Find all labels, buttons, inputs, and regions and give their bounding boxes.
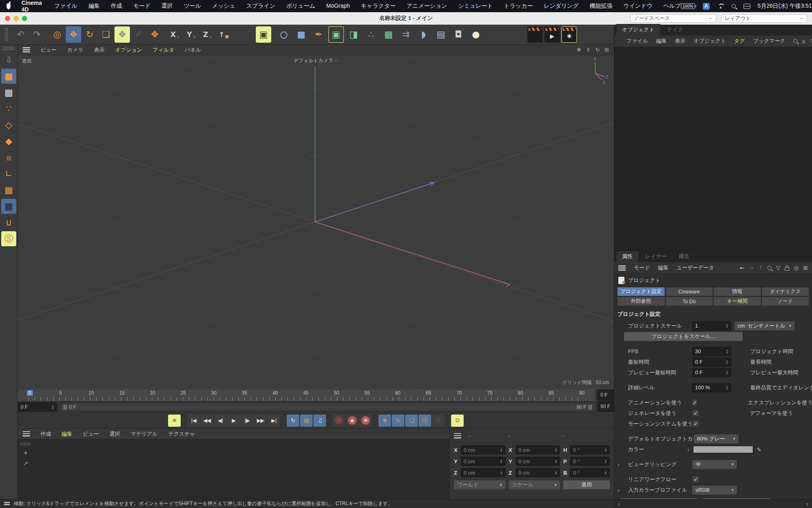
scroll-right-icon[interactable]: › bbox=[806, 501, 808, 507]
size-field[interactable]: 0 cm bbox=[516, 468, 560, 477]
point-mode-button[interactable]: ∵ bbox=[1, 101, 16, 116]
key-position-toggle[interactable]: ✥ bbox=[378, 415, 391, 427]
scale-tool[interactable]: ❑ bbox=[98, 26, 114, 43]
history-back-icon[interactable]: ← bbox=[740, 265, 745, 271]
position-field[interactable]: 0 cm bbox=[461, 445, 505, 454]
modeling-objects-icon[interactable]: ∴ bbox=[363, 26, 379, 43]
range-start-field[interactable]: 0 F bbox=[18, 402, 57, 412]
object-manager-menu-item[interactable]: ファイル bbox=[626, 37, 648, 45]
record-objects-button[interactable]: ◉ bbox=[346, 415, 358, 427]
rotation-field[interactable]: 0 ° bbox=[570, 445, 610, 454]
viewport-menu-item[interactable]: フィルタ bbox=[153, 46, 174, 54]
size-field[interactable]: 0 cm bbox=[516, 445, 560, 454]
viewport-menu-item[interactable]: オプション bbox=[115, 46, 143, 54]
size-field[interactable]: 0 cm bbox=[516, 457, 560, 466]
x-axis-lock[interactable]: X↘ bbox=[167, 26, 183, 43]
spline-primitives-icon[interactable]: ○ bbox=[276, 26, 292, 43]
dolly-view-icon[interactable]: ⇕ bbox=[586, 47, 590, 53]
menubar-item[interactable]: メッシュ bbox=[212, 2, 235, 10]
range-cap-icon[interactable] bbox=[589, 405, 592, 410]
edge-mode-button[interactable]: ◇ bbox=[1, 117, 16, 132]
next-key-button[interactable]: ▶▶ bbox=[254, 415, 267, 427]
stepper-icon[interactable] bbox=[52, 405, 54, 409]
goto-end-button[interactable]: ▶| bbox=[268, 415, 280, 427]
preview-min-time-field[interactable]: 0 F bbox=[692, 368, 731, 377]
menubar-clock[interactable]: 5月26日(水) 午後3:51 bbox=[758, 2, 812, 10]
use-motion-system-checkbox[interactable] bbox=[692, 420, 699, 427]
attribute-category-tab[interactable]: ダイナミクス bbox=[762, 287, 809, 296]
material-drag-handle[interactable] bbox=[20, 443, 31, 445]
camera-menu-icon[interactable]: ∷ bbox=[335, 58, 338, 63]
menubar-item[interactable]: 機能拡張 bbox=[590, 2, 612, 10]
cube-primitives-icon[interactable]: ■ bbox=[294, 26, 309, 43]
timeline-tick[interactable]: 10 bbox=[89, 390, 94, 396]
menubar-item[interactable]: 編集 bbox=[89, 2, 100, 10]
texture-mode-button[interactable]: ▩ bbox=[1, 85, 16, 100]
attribute-category-tab[interactable]: キー補間 bbox=[714, 297, 761, 306]
control-center-icon[interactable] bbox=[743, 4, 750, 9]
menubar-item[interactable]: モード bbox=[133, 2, 151, 10]
material-menu-item[interactable]: テクスチャ bbox=[168, 430, 195, 438]
last-used-tool[interactable]: ✥ bbox=[114, 26, 130, 43]
linear-workflow-checkbox[interactable] bbox=[692, 476, 699, 483]
stepper-icon[interactable] bbox=[726, 360, 728, 364]
input-source-icon[interactable]: A bbox=[703, 3, 710, 10]
focus-icon[interactable]: ◎ bbox=[794, 265, 799, 271]
stepper-icon[interactable] bbox=[500, 471, 502, 475]
material-menu-icon[interactable] bbox=[23, 431, 30, 436]
timeline-tick[interactable]: 55 bbox=[364, 390, 370, 396]
menubar-item[interactable]: ツール bbox=[184, 2, 201, 10]
apply-button[interactable]: 適用 bbox=[563, 480, 610, 489]
coordinate-system-toggle[interactable]: ↑■ bbox=[216, 26, 231, 43]
render-settings-button[interactable]: ✱ bbox=[561, 26, 577, 43]
stepper-icon[interactable] bbox=[555, 471, 557, 475]
stepper-icon[interactable] bbox=[555, 448, 557, 452]
object-manager-menu-item[interactable]: 編集 bbox=[656, 37, 667, 45]
environment-objects-icon[interactable]: ◗ bbox=[416, 26, 431, 43]
use-animation-checkbox[interactable] bbox=[692, 399, 697, 406]
object-manager-menu-item[interactable]: 表示 bbox=[675, 37, 685, 45]
attribute-tab[interactable]: 属性 bbox=[616, 251, 639, 262]
spline-pen-icon[interactable]: ✒ bbox=[311, 26, 326, 43]
add-material-icon[interactable]: + bbox=[20, 449, 31, 456]
detail-level-field[interactable]: 100 % bbox=[692, 383, 731, 392]
material-menu-item[interactable]: 編集 bbox=[62, 430, 72, 438]
object-manager-tab[interactable]: テイク bbox=[661, 24, 689, 35]
timeline-tick[interactable]: 5 bbox=[58, 390, 63, 396]
color-expander-icon[interactable] bbox=[687, 446, 691, 453]
pan-view-icon[interactable]: ✥ bbox=[577, 47, 581, 53]
keying-settings-button[interactable]: ✱ bbox=[359, 415, 372, 427]
previous-frame-button[interactable]: ◀| bbox=[214, 415, 227, 427]
eyedropper-icon[interactable]: ✐ bbox=[756, 447, 762, 452]
preview-range-bar[interactable]: 0 F 90 F bbox=[60, 403, 595, 411]
render-active-view-button[interactable] bbox=[527, 26, 543, 43]
polygon-mode-button[interactable]: ◆ bbox=[1, 134, 16, 149]
menubar-item[interactable]: ウインドウ bbox=[623, 2, 652, 10]
default-object-color-select[interactable]: 60% グレー bbox=[694, 434, 739, 443]
material-menu-item[interactable]: ビュー bbox=[83, 430, 99, 438]
color-swatch[interactable] bbox=[693, 446, 753, 453]
redo-icon[interactable]: ↷ bbox=[29, 26, 45, 43]
close-window-button[interactable] bbox=[5, 16, 10, 21]
position-field[interactable]: 0 cm bbox=[461, 468, 505, 477]
menubar-item[interactable]: ファイル bbox=[54, 2, 78, 10]
timeline-tick[interactable]: 65 bbox=[425, 390, 431, 396]
project-scale-unit-select[interactable]: cm: センチメートル bbox=[734, 321, 795, 330]
axis-modification-tool[interactable]: ✥ bbox=[147, 26, 162, 43]
scale-project-button[interactable]: プロジェクトをスケール... bbox=[624, 332, 743, 341]
undo-icon[interactable]: ↶ bbox=[13, 26, 28, 43]
view-clipping-expander-icon[interactable] bbox=[618, 461, 626, 468]
workplane-mode-button[interactable]: ▦ bbox=[1, 182, 16, 198]
stepper-icon[interactable] bbox=[726, 370, 728, 375]
timeline-tick[interactable]: 40 bbox=[272, 390, 278, 396]
input-color-profile-select[interactable]: sRGB bbox=[692, 486, 737, 495]
menubar-item[interactable]: MoGraph bbox=[326, 2, 350, 10]
stepper-icon[interactable] bbox=[555, 459, 557, 464]
quantize-button[interactable]: Ⓢ bbox=[1, 231, 16, 246]
attribute-category-tab[interactable]: プロジェクト設定 bbox=[618, 287, 665, 296]
history-forward-icon[interactable]: → bbox=[749, 265, 754, 271]
play-button[interactable]: ▶ bbox=[227, 415, 240, 427]
menubar-item[interactable]: アニメーション bbox=[406, 2, 447, 10]
timeline-tick[interactable]: 25 bbox=[180, 390, 186, 396]
unavailable-tool[interactable]: ✐ bbox=[131, 26, 146, 43]
